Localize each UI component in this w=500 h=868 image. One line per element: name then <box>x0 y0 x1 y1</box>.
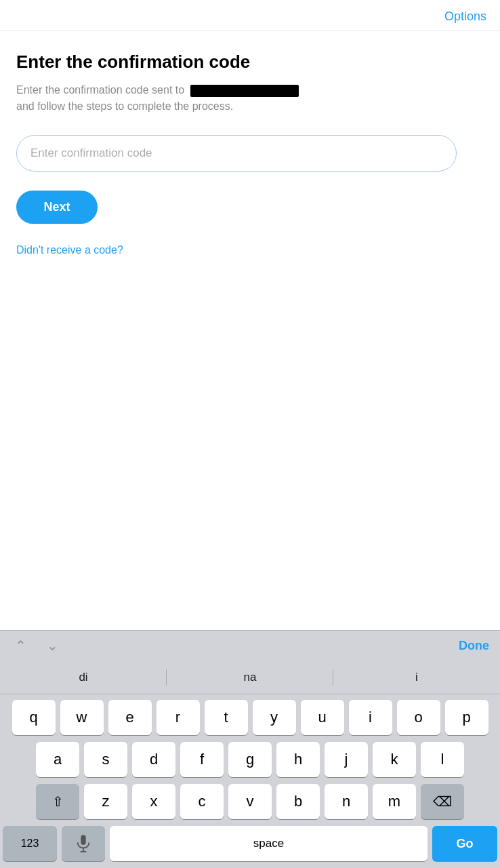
key-z[interactable]: z <box>84 784 127 819</box>
keyboard: q w e r t y u i o p a s d f g h j k l ⇧ … <box>0 694 500 868</box>
shift-icon: ⇧ <box>52 793 64 810</box>
key-d[interactable]: d <box>132 742 175 777</box>
key-h[interactable]: h <box>276 742 320 777</box>
key-c[interactable]: c <box>180 784 224 819</box>
svg-rect-0 <box>81 835 85 845</box>
key-x[interactable]: x <box>132 784 175 819</box>
key-j[interactable]: j <box>325 742 368 777</box>
keyboard-row-4: 123 space Go <box>3 826 497 861</box>
toolbar-nav: ⌃ ⌄ <box>11 636 62 655</box>
keyboard-row-1: q w e r t y u i o p <box>3 700 497 735</box>
autocomplete-bar: di na i <box>0 660 500 694</box>
microphone-key[interactable] <box>62 826 105 861</box>
autocomplete-item-2[interactable]: i <box>333 664 500 691</box>
input-container <box>16 135 484 172</box>
go-key[interactable]: Go <box>432 826 497 861</box>
microphone-icon <box>76 834 91 853</box>
backspace-icon: ⌫ <box>433 793 452 810</box>
shift-key[interactable]: ⇧ <box>36 784 79 819</box>
toolbar-done-button[interactable]: Done <box>459 639 489 653</box>
keyboard-toolbar: ⌃ ⌄ Done <box>0 630 500 660</box>
autocomplete-item-0[interactable]: di <box>0 664 167 691</box>
key-k[interactable]: k <box>373 742 416 777</box>
space-key[interactable]: space <box>110 826 428 861</box>
toolbar-up-arrow[interactable]: ⌃ <box>11 636 30 655</box>
key-b[interactable]: b <box>276 784 320 819</box>
autocomplete-item-1[interactable]: na <box>167 664 333 691</box>
key-s[interactable]: s <box>84 742 127 777</box>
keyboard-row-2: a s d f g h j k l <box>3 742 497 777</box>
options-button[interactable]: Options <box>444 9 486 24</box>
key-w[interactable]: w <box>60 700 104 735</box>
header: Options <box>0 0 500 31</box>
key-y[interactable]: y <box>253 700 296 735</box>
key-a[interactable]: a <box>36 742 79 777</box>
page-subtitle: Enter the confirmation code sent to and … <box>16 82 484 115</box>
toolbar-down-arrow[interactable]: ⌄ <box>43 636 62 655</box>
key-n[interactable]: n <box>325 784 368 819</box>
next-button[interactable]: Next <box>16 191 98 224</box>
backspace-key[interactable]: ⌫ <box>421 784 464 819</box>
key-t[interactable]: t <box>205 700 248 735</box>
key-l[interactable]: l <box>421 742 464 777</box>
keyboard-row-3: ⇧ z x c v b n m ⌫ <box>3 784 497 819</box>
key-v[interactable]: v <box>228 784 272 819</box>
numbers-key[interactable]: 123 <box>3 826 57 861</box>
main-content: Enter the confirmation code Enter the co… <box>0 31 500 630</box>
confirmation-code-input[interactable] <box>16 135 457 172</box>
key-u[interactable]: u <box>301 700 344 735</box>
key-p[interactable]: p <box>445 700 488 735</box>
key-q[interactable]: q <box>12 700 56 735</box>
key-i[interactable]: i <box>349 700 392 735</box>
key-r[interactable]: r <box>157 700 200 735</box>
key-e[interactable]: e <box>108 700 152 735</box>
key-o[interactable]: o <box>397 700 440 735</box>
key-m[interactable]: m <box>373 784 416 819</box>
page-title: Enter the confirmation code <box>16 52 484 73</box>
redacted-email <box>190 85 299 97</box>
key-g[interactable]: g <box>228 742 272 777</box>
resend-code-link[interactable]: Didn't receive a code? <box>16 244 123 256</box>
key-f[interactable]: f <box>180 742 224 777</box>
